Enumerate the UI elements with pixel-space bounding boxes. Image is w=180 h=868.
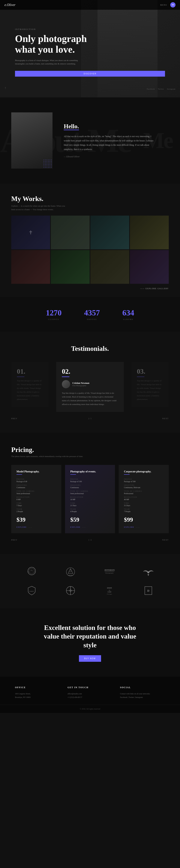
- about-photo: [11, 113, 53, 168]
- pricing-next-btn[interactable]: NEXT: [162, 539, 169, 541]
- pricing-field-camera-1: TYPE OF CAMERA Semi professional: [70, 490, 110, 495]
- testimonial-card-1: 01. Top-line design is a quality of life…: [11, 362, 49, 407]
- hero-arrow: ↑: [4, 86, 6, 90]
- footer-social: SOCIAL Contact with links on all your ne…: [120, 686, 165, 699]
- work-item-5[interactable]: [11, 250, 50, 284]
- nav-logo[interactable]: e.Oliver: [4, 3, 16, 7]
- cta-section: Excellent solution for those who value t…: [0, 609, 180, 677]
- client-logo-family: FAMILY: [22, 584, 41, 597]
- pricing-card-model-title: Model Photography.: [17, 470, 56, 475]
- about-greeting: Hello.: [64, 123, 154, 130]
- svg-text:FAMILY: FAMILY: [29, 591, 34, 592]
- work-item-4[interactable]: [130, 216, 169, 249]
- svg-text:FRANCHISE: FRANCHISE: [27, 571, 36, 572]
- work-item-1[interactable]: ✝: [11, 216, 50, 249]
- pricing-field-time-1: TIME 21 Days: [70, 502, 110, 506]
- pricing-field-team-2: TEAM 7 People: [124, 508, 163, 513]
- work-item-7[interactable]: [90, 250, 129, 284]
- explore-btn-0[interactable]: EXPLORE: [17, 526, 56, 528]
- testimonial-person-2: Cristian Newman Free Photographer: [62, 380, 118, 388]
- pricing-field-team-1: TEAM 4 People: [70, 508, 110, 513]
- pricing-field-shooting-0: SHOOTING Continuous: [17, 485, 56, 489]
- works-header: My Works. A photo — is a search for what…: [11, 195, 169, 211]
- pricing-field-resolution-0: RESOLUTION 8 MP: [17, 496, 56, 500]
- nav-menu-button[interactable]: [170, 2, 176, 7]
- cta-title: Excellent solution for those who value t…: [43, 623, 137, 650]
- work-overlay-8: [130, 250, 169, 284]
- wings-logo-svg: [142, 566, 155, 578]
- clients-section: coffe e FRANCHISE Mountain JEFFERSON Pho…: [0, 554, 180, 609]
- explore-btn-1[interactable]: EXPLORE: [70, 526, 110, 528]
- discover-button[interactable]: DISCOVER: [15, 71, 165, 76]
- dorian-logo-svg: D: [142, 585, 155, 596]
- testimonial-text-3: Top-line design is a quality of life. Vi…: [137, 379, 163, 401]
- svg-text:Little: Little: [108, 591, 111, 593]
- hero-figure-bg: [97, 0, 157, 97]
- social-twitter[interactable]: Twitter: [158, 88, 164, 90]
- nav-right: MENU: [160, 2, 176, 7]
- works-desc: A photo — is a search for what can get i…: [11, 204, 67, 211]
- about-dots: [43, 159, 53, 168]
- buy-now-button[interactable]: BUY NOW: [79, 655, 101, 662]
- stats-section: 1270 CLIENTS 4357 PHOTOS 634 ALBUMS: [0, 297, 180, 332]
- social-instagram[interactable]: Instagram: [167, 88, 176, 90]
- pricing-section: Pricing. The photo leaves open moments, …: [0, 433, 180, 554]
- testimonial-name-2: Cristian Newman: [72, 382, 89, 384]
- work-item-3[interactable]: [90, 216, 129, 249]
- pricing-prev-btn[interactable]: PREV: [11, 539, 18, 541]
- stat-clients-number: 1270: [46, 308, 62, 317]
- hamburger-line-1: [172, 4, 174, 5]
- nav-menu-label: MENU: [160, 4, 167, 6]
- pricing-field-time-0: TIME 7 Days: [17, 502, 56, 506]
- footer-contact-email: office@studio.com +1 (212) 456-89 57: [67, 692, 113, 699]
- footer-office-title: OFFICE: [15, 686, 60, 689]
- explore-btn-2[interactable]: EXPLORE: [124, 526, 163, 528]
- client-logo-dorian: D: [139, 584, 158, 597]
- stat-albums-label: ALBUMS: [122, 318, 134, 320]
- enjoy-logo-svg: ENJOY the Little Things: [103, 585, 116, 596]
- client-logo-mountain: Mountain: [61, 565, 80, 579]
- testimonial-num-2: 02.: [62, 368, 118, 377]
- footer-bottom: © 2018. All rights reserved: [0, 705, 180, 713]
- client-logo-jefferson: JEFFERSON Photography: [100, 565, 119, 579]
- testimonials-prev-btn[interactable]: PREV: [11, 417, 18, 420]
- pricing-card-corporate: Corporate photography. PHOTOS Package of…: [119, 465, 169, 533]
- footer-contact: GET IN TOUCH office@studio.com +1 (212) …: [67, 686, 113, 699]
- work-item-6[interactable]: [51, 250, 90, 284]
- svg-point-0: [28, 567, 35, 575]
- hero-social: Facebook Twitter Instagram: [147, 88, 176, 90]
- pricing-field-camera-0: TYPE OF CAMERA Semi professional: [17, 490, 56, 495]
- family-logo-svg: FAMILY: [25, 585, 38, 596]
- svg-text:D: D: [147, 589, 149, 592]
- stat-albums: 634 ALBUMS: [122, 308, 134, 320]
- hero-title: Only photograph what you love.: [15, 33, 101, 55]
- work-overlay-6: [51, 250, 90, 284]
- work-item-2[interactable]: [51, 216, 90, 249]
- footer-office: OFFICE 100 Congress Street,Brooklyn, NY …: [15, 686, 60, 699]
- testimonials-next-btn[interactable]: NEXT: [162, 417, 169, 420]
- coffee-logo-svg: coffe e FRANCHISE: [25, 566, 38, 578]
- testimonial-card-2: 02. Cristian Newman Free Photographer To…: [56, 362, 124, 412]
- work-item-8[interactable]: [130, 250, 169, 284]
- footer-office-address: 100 Congress Street,Brooklyn, NY 10001: [15, 692, 60, 699]
- pricing-card-events: Photography of events. PHOTOS Package of…: [65, 465, 115, 533]
- client-logo-coffee: coffe e FRANCHISE: [22, 565, 41, 579]
- testimonial-avatar-2: [62, 380, 70, 388]
- cross-icon: ✝: [29, 229, 33, 236]
- work-overlay-2: [51, 216, 90, 249]
- client-logo-cross: [61, 584, 80, 597]
- svg-text:JEFFERSON: JEFFERSON: [104, 569, 115, 571]
- pricing-field-shooting-1: SHOOTING Continuous: [70, 485, 110, 489]
- stat-clients: 1270 CLIENTS: [46, 308, 62, 320]
- pricing-field-camera-2: TYPE OF CAMERA Professional: [124, 490, 163, 495]
- testimonial-num-1: 01.: [17, 368, 43, 377]
- clients-grid: coffe e FRANCHISE Mountain JEFFERSON Pho…: [15, 565, 165, 597]
- footer-contact-title: GET IN TOUCH: [67, 686, 113, 689]
- explore-gallery[interactable]: —— EXPLORE GALLERY: [11, 287, 169, 289]
- work-overlay-5: [11, 250, 50, 284]
- social-facebook[interactable]: Facebook: [147, 88, 155, 90]
- hamburger-line-2: [172, 5, 174, 6]
- pricing-cards: Model Photography. PHOTOS Package of 40 …: [11, 465, 169, 533]
- svg-point-11: [147, 571, 149, 573]
- footer: OFFICE 100 Congress Street,Brooklyn, NY …: [0, 677, 180, 705]
